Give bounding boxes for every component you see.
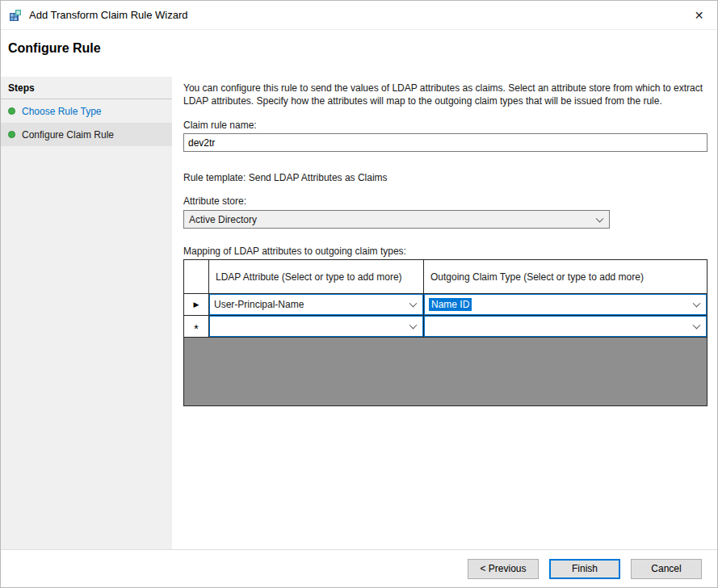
attribute-store-value: Active Directory: [189, 214, 257, 225]
ldap-attribute-combobox-new[interactable]: [209, 316, 423, 337]
steps-sidebar: Steps Choose Rule Type Configure Claim R…: [1, 77, 172, 549]
column-header-ldap-attribute: LDAP Attribute (Select or type to add mo…: [209, 260, 423, 293]
step-label: Choose Rule Type: [22, 106, 102, 117]
claim-rule-name-label: Claim rule name:: [183, 120, 708, 131]
attribute-store-label: Attribute store:: [183, 195, 708, 207]
outgoing-claim-type-value: Name ID: [429, 298, 472, 311]
sidebar-item-configure-claim-rule[interactable]: Configure Claim Rule: [1, 123, 172, 146]
mapping-table: LDAP Attribute (Select or type to add mo…: [183, 259, 708, 406]
current-row-arrow-icon: ▶: [194, 301, 199, 309]
close-icon: ✕: [695, 9, 704, 22]
mapping-label: Mapping of LDAP attributes to outgoing c…: [183, 246, 708, 257]
step-label: Configure Claim Rule: [22, 129, 114, 141]
row-header-new[interactable]: *: [184, 316, 208, 337]
outgoing-claim-type-combobox-new[interactable]: [424, 316, 707, 337]
step-complete-icon: [8, 107, 15, 115]
cancel-button[interactable]: Cancel: [631, 559, 702, 579]
title-bar: Add Transform Claim Rule Wizard ✕: [1, 1, 717, 30]
page-title: Configure Rule: [1, 30, 717, 77]
table-row: [424, 316, 707, 337]
steps-header: Steps: [1, 77, 172, 99]
new-row-asterisk-icon: *: [194, 322, 199, 334]
ldap-attribute-combobox[interactable]: User-Principal-Name: [209, 294, 423, 315]
claim-rule-name-input[interactable]: [183, 133, 708, 152]
chevron-down-icon: [693, 300, 701, 308]
claim-rule-app-icon: [8, 8, 23, 23]
outgoing-claim-type-combobox[interactable]: Name ID: [424, 294, 707, 315]
column-header-outgoing-claim-type: Outgoing Claim Type (Select or type to a…: [424, 260, 707, 293]
table-row: User-Principal-Name: [209, 294, 423, 315]
chevron-down-icon: [693, 321, 701, 330]
table-empty-area: [184, 338, 707, 405]
main-panel: You can configure this rule to send the …: [172, 77, 717, 549]
attribute-store-combobox[interactable]: Active Directory: [183, 210, 610, 229]
step-complete-icon: [8, 131, 15, 138]
rule-template-text: Rule template: Send LDAP Attributes as C…: [183, 172, 708, 183]
table-row: [209, 316, 423, 337]
chevron-down-icon: [409, 321, 418, 330]
close-button[interactable]: ✕: [681, 1, 717, 29]
rule-description: You can configure this rule to send the …: [183, 82, 708, 107]
previous-button[interactable]: < Previous: [468, 559, 539, 579]
sidebar-item-choose-rule-type[interactable]: Choose Rule Type: [1, 99, 172, 123]
ldap-attribute-value: User-Principal-Name: [214, 299, 304, 310]
chevron-down-icon: [409, 300, 418, 308]
finish-button[interactable]: Finish: [549, 559, 620, 579]
button-bar: < Previous Finish Cancel: [1, 549, 717, 587]
wizard-window: Add Transform Claim Rule Wizard ✕ Config…: [0, 0, 718, 588]
content-area: Steps Choose Rule Type Configure Claim R…: [1, 77, 717, 549]
chevron-down-icon: [596, 214, 604, 222]
row-header-current[interactable]: ▶: [184, 294, 208, 315]
table-row: Name ID: [424, 294, 707, 315]
window-title: Add Transform Claim Rule Wizard: [29, 9, 188, 21]
table-corner-cell: [184, 260, 208, 293]
